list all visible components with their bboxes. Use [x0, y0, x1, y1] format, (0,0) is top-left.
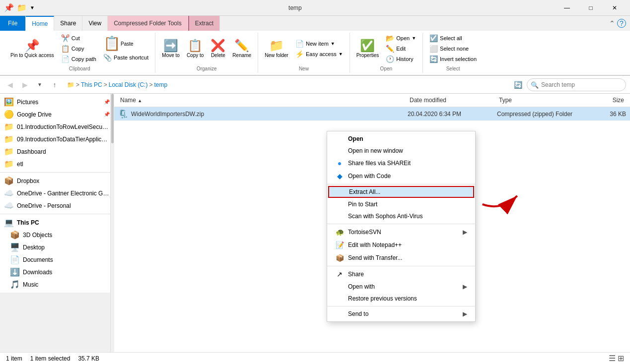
sidebar-label-3dobjects: 3D Objects	[23, 232, 52, 239]
col-header-name[interactable]: Name ▲	[118, 96, 408, 105]
move-to-button[interactable]: ➡️ Move to	[159, 38, 182, 60]
select-col: ☑️ Select all ⬜ Select none 🔄 Invert sel…	[427, 33, 479, 64]
ribbon-content: 📌 Pin to Quick access ✂️ Cut 📋 Copy 📄 Co…	[0, 31, 630, 75]
select-none-button[interactable]: ⬜ Select none	[427, 44, 479, 54]
back-button[interactable]: ◀	[4, 79, 16, 91]
tab-extract[interactable]: Extract	[188, 16, 220, 31]
sidebar-label-downloads: Downloads	[23, 269, 52, 276]
sidebar-item-rowlevel[interactable]: 📁 01.IntroductionToRowLevelSecurityInPo	[0, 121, 114, 133]
col-header-size[interactable]: Size	[586, 96, 626, 105]
tab-compressed[interactable]: Compressed Folder Tools	[108, 16, 188, 31]
sidebar-item-etl[interactable]: 📁 etl	[0, 158, 114, 170]
edit-button[interactable]: ✏️ Edit	[383, 44, 419, 54]
ctx-tortoisesvn[interactable]: 🐢 TortoiseSVN ▶	[327, 226, 475, 239]
open-label: Open	[380, 64, 392, 73]
ctx-notepadpp[interactable]: 📝 Edit with Notepad++	[327, 239, 475, 251]
status-right: ☰ ⊞	[609, 354, 624, 363]
properties-button[interactable]: ✅ Properties	[354, 38, 382, 60]
tab-share[interactable]: Share	[54, 16, 82, 31]
ribbon-group-clipboard: 📌 Pin to Quick access ✂️ Cut 📋 Copy 📄 Co…	[4, 33, 155, 73]
invert-selection-button[interactable]: 🔄 Invert selection	[427, 54, 479, 64]
ctx-open-code[interactable]: ◆ Open with Code	[327, 170, 475, 182]
search-input[interactable]	[527, 78, 626, 91]
googledrive-icon: 🟡	[4, 110, 14, 119]
file-row-wwimporters[interactable]: 🗜️ WideWorldImportersDW.zip 20.04.2020 6…	[114, 107, 630, 121]
clipboard-col: ✂️ Cut 📋 Copy 📄 Copy path	[59, 33, 99, 64]
pin-button[interactable]: 📌 Pin to Quick access	[8, 38, 57, 60]
ctx-sophos[interactable]: Scan with Sophos Anti-Virus	[327, 210, 475, 222]
new-item-button[interactable]: 📄 New item ▼	[293, 39, 346, 49]
easy-access-button[interactable]: ⚡ Easy access ▼	[293, 49, 346, 59]
datatier-icon: 📁	[4, 134, 14, 144]
sidebar-item-googledrive[interactable]: 🟡 Google Drive 📌	[0, 108, 114, 121]
large-icons-button[interactable]: ⊞	[618, 354, 624, 363]
sidebar-item-dashboard[interactable]: 📁 Dashboard	[0, 145, 114, 158]
sidebar-item-onedrive-personal[interactable]: ☁️ OneDrive - Personal	[0, 199, 114, 212]
help-icon[interactable]: ?	[617, 19, 626, 28]
paste-button[interactable]: 📋 Paste	[101, 35, 151, 52]
breadcrumb[interactable]: 📁 > This PC > Local Disk (C:) > temp	[64, 80, 509, 90]
delete-button[interactable]: ❌ Delete	[208, 38, 228, 60]
tab-home[interactable]: Home	[26, 16, 54, 31]
ctx-shareit[interactable]: ● Share files via SHAREit	[327, 157, 475, 170]
minimize-button[interactable]: —	[556, 0, 578, 16]
open-button[interactable]: 📂 Open ▼	[383, 33, 419, 43]
paste-shortcut-button[interactable]: 📎 Paste shortcut	[101, 53, 151, 62]
quick-access-icon[interactable]: 📌	[4, 3, 14, 12]
down-arrow-icon[interactable]: ▼	[30, 5, 35, 10]
sidebar-label-dashboard: Dashboard	[17, 148, 46, 155]
forward-button[interactable]: ▶	[19, 79, 31, 91]
ctx-restore-versions[interactable]: Restore previous versions	[327, 293, 475, 304]
breadcrumb-temp[interactable]: temp	[154, 81, 167, 88]
ctx-open[interactable]: Open	[327, 133, 475, 145]
sidebar-item-documents[interactable]: 📄 Documents	[0, 253, 114, 266]
sidebar-item-thispc[interactable]: 💻 This PC	[0, 216, 114, 229]
sidebar-item-downloads[interactable]: ⬇️ Downloads	[0, 266, 114, 278]
cut-button[interactable]: ✂️ Cut	[59, 33, 99, 43]
breadcrumb-localdisk[interactable]: Local Disk (C:)	[109, 81, 148, 88]
desktop-icon: 🖥️	[10, 243, 20, 252]
breadcrumb-thispc[interactable]: This PC	[81, 81, 102, 88]
folder-icon[interactable]: 📁	[17, 3, 27, 12]
copy-button[interactable]: 📋 Copy	[59, 44, 99, 54]
ribbon-collapse-icon[interactable]: ⌃	[609, 19, 615, 27]
title-bar-icons: 📌 📁 ▼	[4, 3, 35, 12]
maximize-button[interactable]: □	[579, 0, 602, 16]
up-button[interactable]: ↑	[49, 79, 61, 91]
file-name-wwimporters: WideWorldImportersDW.zip	[131, 111, 408, 118]
ctx-open-with[interactable]: Open with ▶	[327, 281, 475, 293]
col-header-date[interactable]: Date modified	[408, 96, 497, 105]
ctx-openwith-label: Open with	[348, 283, 459, 290]
close-button[interactable]: ✕	[603, 0, 626, 16]
ctx-send-transfer[interactable]: 📦 Send with Transfer...	[327, 251, 475, 264]
sidebar-item-desktop[interactable]: 🖥️ Desktop	[0, 241, 114, 253]
tab-view[interactable]: View	[82, 16, 108, 31]
ctx-divider4	[327, 306, 475, 306]
history-button[interactable]: 🕐 History	[383, 54, 419, 64]
sidebar-item-onedrive-gantner[interactable]: ☁️ OneDrive - Gantner Electronic GmbH	[0, 187, 114, 199]
sidebar-item-pictures[interactable]: 🖼️ Pictures 📌	[0, 96, 114, 108]
ctx-tortoisesvn-label: TortoiseSVN	[348, 229, 459, 236]
sidebar-divider1	[0, 172, 114, 173]
sidebar-item-dropbox[interactable]: 📦 Dropbox	[0, 175, 114, 187]
sidebar-scrollbar[interactable]	[110, 94, 114, 364]
refresh-button[interactable]: 🔄	[512, 79, 524, 91]
ctx-share-icon: ↗	[335, 270, 344, 278]
copy-to-button[interactable]: 📋 Copy to	[184, 38, 206, 60]
new-folder-button[interactable]: 📁 New folder	[262, 38, 291, 60]
copy-path-button[interactable]: 📄 Copy path	[59, 54, 99, 64]
tab-file[interactable]: File	[0, 16, 26, 31]
ctx-send-to[interactable]: Send to ▶	[327, 308, 475, 320]
col-header-type[interactable]: Type	[497, 96, 586, 105]
ctx-pin-start[interactable]: Pin to Start	[327, 198, 475, 210]
recent-locations-button[interactable]: ▼	[34, 79, 46, 91]
rename-button[interactable]: ✏️ Rename	[230, 38, 254, 60]
list-view-button[interactable]: ☰	[609, 354, 616, 363]
sidebar-item-music[interactable]: 🎵 Music	[0, 278, 114, 291]
ctx-share[interactable]: ↗ Share	[327, 268, 475, 281]
select-all-button[interactable]: ☑️ Select all	[427, 33, 479, 43]
ctx-extract-all[interactable]: Extract All...	[328, 186, 474, 198]
sidebar-item-3dobjects[interactable]: 📦 3D Objects	[0, 229, 114, 241]
ctx-open-new-window[interactable]: Open in new window	[327, 145, 475, 157]
sidebar-item-datatier[interactable]: 📁 09.IntroductionToDataTierApplications	[0, 133, 114, 145]
